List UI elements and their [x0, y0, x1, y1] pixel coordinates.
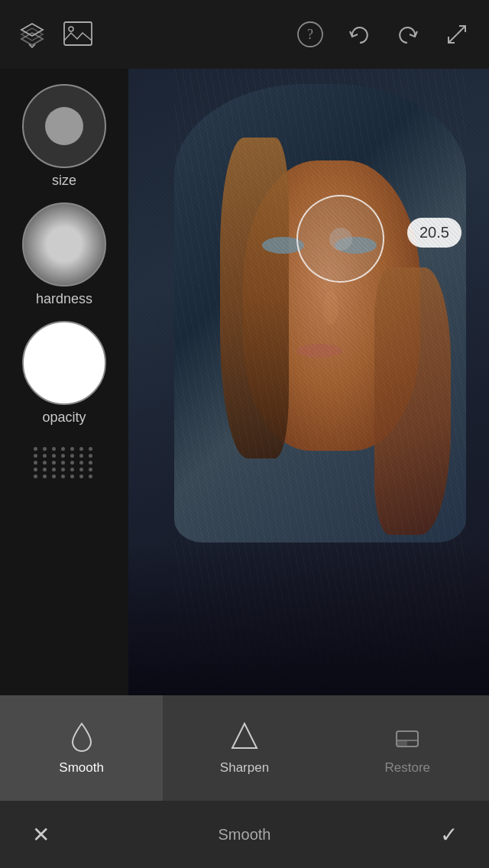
redo-button[interactable]: [391, 18, 425, 51]
canvas-area[interactable]: 20.5: [128, 69, 489, 695]
confirm-button[interactable]: ✓: [429, 815, 468, 853]
top-toolbar: ?: [0, 0, 489, 69]
svg-text:?: ?: [307, 27, 313, 42]
svg-line-8: [449, 34, 457, 43]
size-control: size: [22, 84, 106, 189]
smooth-tool[interactable]: Smooth: [0, 695, 163, 801]
restore-icon: [390, 721, 424, 754]
toolbar-left: [15, 18, 95, 51]
main-area: size hardness opacity: [0, 69, 489, 695]
bottom-title: Smooth: [60, 826, 429, 844]
toolbar-right: ?: [293, 18, 474, 51]
bottom-bar: ✕ Smooth ✓: [0, 801, 489, 868]
cancel-button[interactable]: ✕: [21, 815, 60, 853]
svg-marker-9: [232, 724, 257, 748]
smooth-icon: [65, 721, 99, 754]
layers-button[interactable]: [15, 18, 49, 51]
opacity-brush-circle[interactable]: [22, 321, 106, 405]
svg-rect-3: [64, 22, 92, 45]
svg-point-4: [69, 27, 73, 31]
size-brush-circle[interactable]: [22, 84, 106, 168]
brush-pattern-grid[interactable]: [34, 447, 95, 478]
size-inner-dot: [45, 107, 83, 145]
opacity-control: opacity: [22, 321, 106, 426]
svg-marker-1: [21, 33, 43, 45]
hardness-label: hardness: [36, 291, 92, 307]
smooth-label: Smooth: [59, 760, 104, 776]
svg-rect-12: [397, 740, 407, 747]
restore-label: Restore: [385, 760, 431, 776]
undo-button[interactable]: [342, 18, 376, 51]
svg-marker-2: [21, 28, 43, 40]
expand-button[interactable]: [440, 18, 474, 51]
image-button[interactable]: [61, 18, 95, 51]
opacity-label: opacity: [42, 410, 86, 426]
sharpen-icon: [228, 721, 261, 754]
portrait-background: [128, 69, 489, 695]
help-button[interactable]: ?: [293, 18, 327, 51]
size-label: size: [52, 173, 76, 189]
svg-line-7: [457, 26, 465, 34]
restore-tool[interactable]: Restore: [326, 695, 489, 801]
sharpen-label: Sharpen: [220, 760, 269, 776]
brush-value-badge: 20.5: [407, 218, 461, 248]
svg-marker-0: [21, 24, 43, 36]
left-panel: size hardness opacity: [0, 69, 128, 695]
hardness-brush-circle[interactable]: [22, 202, 106, 287]
sharpen-tool[interactable]: Sharpen: [163, 695, 325, 801]
bottom-tools: Smooth Sharpen Restore: [0, 695, 489, 801]
hardness-control: hardness: [22, 202, 106, 307]
